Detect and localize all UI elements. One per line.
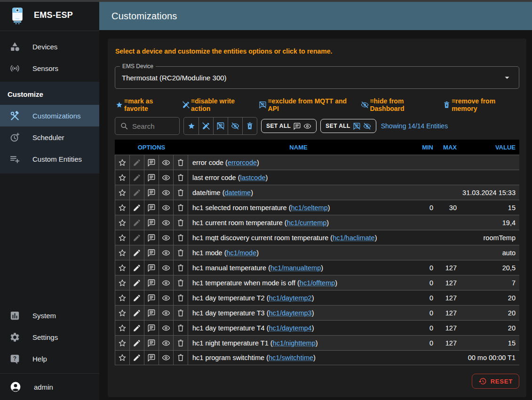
visibility-button[interactable] xyxy=(159,351,174,365)
favorite-button[interactable] xyxy=(115,230,130,245)
filter-hide-dashboard-button[interactable] xyxy=(228,118,242,134)
mqtt-exclude-button[interactable] xyxy=(144,200,159,215)
entity-shortname-link[interactable]: hc1/daytemp2 xyxy=(269,294,312,302)
sidebar-item-customizations[interactable]: Customizations xyxy=(0,105,99,126)
filter-favorite-button[interactable] xyxy=(184,118,199,134)
visibility-button[interactable] xyxy=(159,245,174,260)
reset-button[interactable]: RESET xyxy=(472,374,519,389)
delete-button[interactable] xyxy=(174,170,188,185)
delete-button[interactable] xyxy=(174,230,188,245)
sidebar-item-settings[interactable]: Settings xyxy=(0,326,99,348)
entity-shortname-link[interactable]: errorcode xyxy=(228,159,257,166)
entity-row[interactable]: hc1 day temperature T4 (hc1/daytemp4) 0 … xyxy=(115,320,519,335)
mqtt-exclude-button[interactable] xyxy=(144,185,159,200)
entity-row[interactable]: hc1 night temperature T1 (hc1/nighttemp)… xyxy=(115,335,519,350)
delete-button[interactable] xyxy=(174,155,188,170)
delete-button[interactable] xyxy=(174,290,188,305)
filter-remove-memory-button[interactable] xyxy=(242,118,257,134)
entity-shortname-link[interactable]: hc1/offtemp xyxy=(300,279,335,287)
edit-button[interactable] xyxy=(130,275,144,290)
delete-button[interactable] xyxy=(174,185,188,200)
entity-shortname-link[interactable]: hc1/switchtime xyxy=(269,354,313,361)
favorite-button[interactable] xyxy=(115,215,130,230)
entity-name[interactable]: hc1 day temperature T4 (hc1/daytemp4) xyxy=(188,321,409,335)
entity-row[interactable]: date/time (datetime) 31.03.2024 15:33 xyxy=(115,185,519,200)
entity-name[interactable]: date/time (datetime) xyxy=(188,185,409,200)
visibility-button[interactable] xyxy=(159,170,174,185)
mqtt-exclude-button[interactable] xyxy=(144,245,159,260)
edit-button[interactable] xyxy=(130,260,144,275)
filter-exclude-mqtt-button[interactable] xyxy=(213,118,228,134)
sidebar-item-system[interactable]: System xyxy=(0,305,99,326)
edit-button[interactable] xyxy=(130,200,144,215)
entity-name[interactable]: hc1 day temperature T3 (hc1/daytemp3) xyxy=(188,306,409,320)
sidebar-item-sensors[interactable]: Sensors xyxy=(0,57,99,79)
edit-button[interactable] xyxy=(130,336,144,350)
visibility-button[interactable] xyxy=(159,321,174,335)
search-input[interactable] xyxy=(132,122,175,130)
visibility-button[interactable] xyxy=(159,336,174,350)
set-all-hide-button[interactable]: SET ALL xyxy=(320,119,376,133)
set-all-show-button[interactable]: SET ALL xyxy=(261,119,317,133)
entity-row[interactable]: hc1 manual temperature (hc1/manualtemp) … xyxy=(115,260,519,275)
entity-shortname-link[interactable]: lastcode xyxy=(240,174,266,181)
entity-row[interactable]: hc1 current room temperature (hc1/currte… xyxy=(115,215,519,230)
sidebar-user-admin[interactable]: admin xyxy=(0,374,99,400)
edit-button[interactable] xyxy=(130,245,144,260)
mqtt-exclude-button[interactable] xyxy=(144,260,159,275)
entity-name[interactable]: hc1 day temperature T2 (hc1/daytemp2) xyxy=(188,290,409,305)
delete-button[interactable] xyxy=(174,336,188,350)
favorite-button[interactable] xyxy=(115,200,130,215)
sidebar-item-scheduler[interactable]: Scheduler xyxy=(0,126,99,148)
entity-shortname-link[interactable]: hc1/nighttemp xyxy=(273,339,316,347)
entity-shortname-link[interactable]: hc1/haclimate xyxy=(333,234,374,242)
entity-shortname-link[interactable]: hc1/daytemp4 xyxy=(269,324,312,332)
entity-name[interactable]: hc1 night temperature T1 (hc1/nighttemp) xyxy=(188,336,409,350)
delete-button[interactable] xyxy=(174,275,188,290)
visibility-button[interactable] xyxy=(159,290,174,305)
visibility-button[interactable] xyxy=(159,260,174,275)
favorite-button[interactable] xyxy=(115,306,130,320)
visibility-button[interactable] xyxy=(159,230,174,245)
favorite-button[interactable] xyxy=(115,155,130,170)
entity-row[interactable]: hc1 temperature when mode is off (hc1/of… xyxy=(115,275,519,290)
entity-name[interactable]: hc1 mqtt discovery current room temperat… xyxy=(188,230,409,245)
ems-device-select[interactable]: EMS Device Thermostat (RC20/Moduline 300… xyxy=(115,66,519,89)
visibility-button[interactable] xyxy=(159,275,174,290)
entity-name[interactable]: last error code (lastcode) xyxy=(188,170,409,185)
visibility-button[interactable] xyxy=(159,155,174,170)
filter-disable-write-button[interactable] xyxy=(199,118,213,134)
entity-name[interactable]: hc1 mode (hc1/mode) xyxy=(188,245,409,260)
entity-row[interactable]: last error code (lastcode) xyxy=(115,170,519,185)
delete-button[interactable] xyxy=(174,306,188,320)
delete-button[interactable] xyxy=(174,351,188,365)
mqtt-exclude-button[interactable] xyxy=(144,321,159,335)
delete-button[interactable] xyxy=(174,200,188,215)
entity-row[interactable]: hc1 day temperature T2 (hc1/daytemp2) 0 … xyxy=(115,290,519,305)
favorite-button[interactable] xyxy=(115,260,130,275)
entity-shortname-link[interactable]: hc1/seltemp xyxy=(291,204,328,212)
entity-name[interactable]: hc1 selected room temperature (hc1/selte… xyxy=(188,200,409,215)
favorite-button[interactable] xyxy=(115,290,130,305)
entity-shortname-link[interactable]: hc1/mode xyxy=(227,249,257,257)
sidebar-item-custom-entities[interactable]: Custom Entities xyxy=(0,148,99,170)
entity-row[interactable]: error code (errorcode) xyxy=(115,155,519,170)
entity-shortname-link[interactable]: hc1/currtemp xyxy=(287,219,327,227)
visibility-button[interactable] xyxy=(159,200,174,215)
entity-name[interactable]: hc1 manual temperature (hc1/manualtemp) xyxy=(188,260,409,275)
favorite-button[interactable] xyxy=(115,185,130,200)
mqtt-exclude-button[interactable] xyxy=(144,290,159,305)
favorite-button[interactable] xyxy=(115,275,130,290)
mqtt-exclude-button[interactable] xyxy=(144,230,159,245)
entity-shortname-link[interactable]: datetime xyxy=(225,189,251,196)
entity-shortname-link[interactable]: hc1/daytemp3 xyxy=(269,309,312,317)
visibility-button[interactable] xyxy=(159,306,174,320)
entity-name[interactable]: hc1 program switchtime (hc1/switchtime) xyxy=(188,351,409,365)
favorite-button[interactable] xyxy=(115,245,130,260)
favorite-button[interactable] xyxy=(115,351,130,365)
mqtt-exclude-button[interactable] xyxy=(144,336,159,350)
entity-row[interactable]: hc1 selected room temperature (hc1/selte… xyxy=(115,200,519,215)
entity-row[interactable]: hc1 program switchtime (hc1/switchtime) … xyxy=(115,350,519,365)
mqtt-exclude-button[interactable] xyxy=(144,215,159,230)
edit-button[interactable] xyxy=(130,351,144,365)
